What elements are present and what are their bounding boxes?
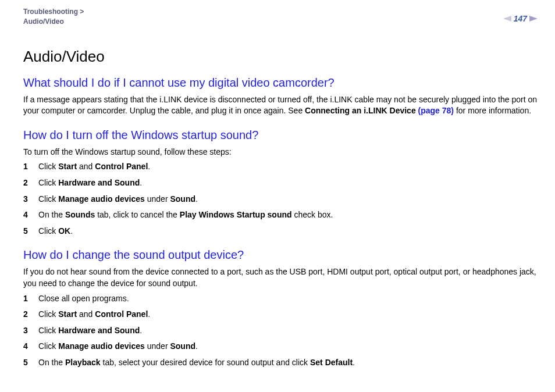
page-header: Troubleshooting > Audio/Video 147 — [23, 7, 538, 27]
step-item: 4Click Manage audio devices under Sound. — [23, 341, 538, 352]
step-text: Click OK. — [38, 226, 538, 237]
section-title: How do I change the sound output device? — [23, 248, 538, 262]
section-body: If a message appears stating that the i.… — [23, 94, 538, 117]
step-text: On the Playback tab, select your desired… — [38, 357, 538, 369]
step-number: 2 — [23, 177, 38, 189]
step-list: 1Close all open programs.2Click Start an… — [23, 293, 538, 369]
step-text: Click Manage audio devices under Sound. — [38, 341, 538, 352]
step-text: Click Hardware and Sound. — [38, 325, 538, 337]
page-title: Audio/Video — [23, 48, 538, 66]
step-item: 1Close all open programs. — [23, 293, 538, 305]
step-item: 4On the Sounds tab, click to cancel the … — [23, 209, 538, 221]
step-item: 3Click Manage audio devices under Sound. — [23, 194, 538, 205]
next-page-arrow-icon[interactable] — [529, 16, 538, 22]
step-text: Click Start and Control Panel. — [38, 161, 538, 173]
step-number: 4 — [23, 209, 38, 221]
prev-page-arrow-icon[interactable] — [503, 16, 511, 22]
page-number: 147 — [514, 14, 527, 23]
step-number: 2 — [23, 309, 38, 320]
section: How do I turn off the Windows startup so… — [23, 129, 538, 237]
step-item: 2Click Start and Control Panel. — [23, 309, 538, 320]
step-text: Click Hardware and Sound. — [38, 177, 538, 189]
step-item: 1Click Start and Control Panel. — [23, 161, 538, 173]
step-item: 3Click Hardware and Sound. — [23, 325, 538, 337]
section-intro: To turn off the Windows startup sound, f… — [23, 147, 538, 158]
step-item: 5On the Playback tab, select your desire… — [23, 357, 538, 369]
page-reference-link[interactable]: (page 78) — [418, 106, 454, 115]
breadcrumb-parent: Troubleshooting > — [23, 7, 84, 17]
svg-marker-0 — [503, 16, 511, 22]
step-number: 3 — [23, 194, 38, 205]
step-item: 2Click Hardware and Sound. — [23, 177, 538, 189]
breadcrumb-current: Audio/Video — [23, 17, 84, 27]
step-text: On the Sounds tab, click to cancel the P… — [38, 209, 538, 221]
section: What should I do if I cannot use my digi… — [23, 76, 538, 117]
step-number: 3 — [23, 325, 38, 337]
step-text: Close all open programs. — [38, 293, 538, 305]
page-navigation: 147 — [503, 14, 538, 23]
step-number: 1 — [23, 293, 38, 305]
section-title: What should I do if I cannot use my digi… — [23, 76, 538, 90]
step-list: 1Click Start and Control Panel.2Click Ha… — [23, 161, 538, 237]
step-text: Click Manage audio devices under Sound. — [38, 194, 538, 205]
step-text: Click Start and Control Panel. — [38, 309, 538, 320]
svg-marker-1 — [529, 16, 538, 22]
step-number: 4 — [23, 341, 38, 352]
section: How do I change the sound output device?… — [23, 248, 538, 368]
step-number: 5 — [23, 357, 38, 369]
section-title: How do I turn off the Windows startup so… — [23, 129, 538, 142]
section-intro: If you do not hear sound from the device… — [23, 266, 538, 289]
step-number: 5 — [23, 226, 38, 237]
step-number: 1 — [23, 161, 38, 173]
breadcrumb: Troubleshooting > Audio/Video — [23, 7, 84, 27]
step-item: 5Click OK. — [23, 226, 538, 237]
